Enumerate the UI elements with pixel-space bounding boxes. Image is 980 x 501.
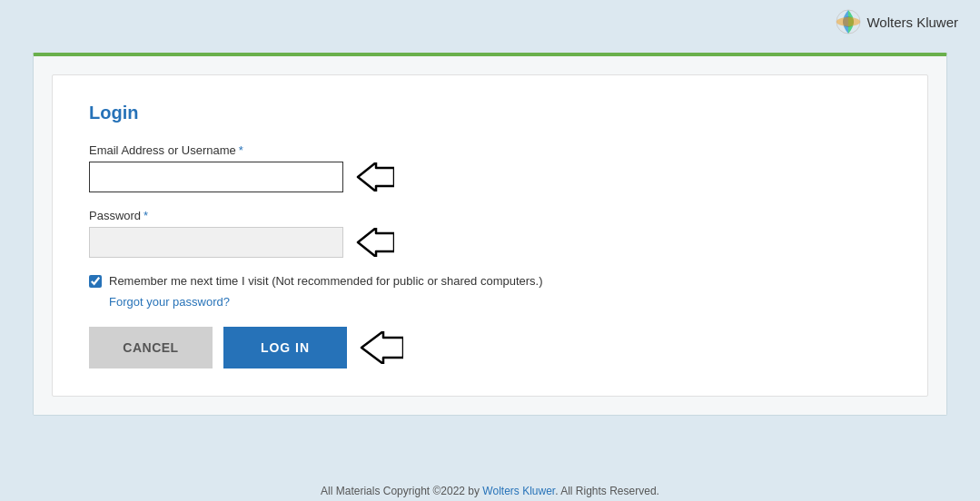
password-form-group: Password * (89, 209, 891, 258)
login-arrow-icon (358, 331, 403, 364)
svg-marker-4 (358, 228, 394, 257)
password-label: Password * (89, 209, 891, 222)
footer-text-after: . All Rights Reserved. (555, 485, 659, 497)
brand: Wolters Kluwer (836, 9, 958, 34)
svg-marker-5 (361, 331, 403, 364)
brand-logo-icon (836, 9, 861, 34)
login-button[interactable]: LOG IN (223, 327, 347, 368)
inner-card: Login Email Address or Username * (52, 74, 928, 397)
password-arrow-icon (354, 228, 394, 257)
remember-me-checkbox[interactable] (89, 275, 102, 288)
main-wrapper: Login Email Address or Username * (0, 44, 980, 477)
email-input[interactable] (89, 162, 343, 192)
email-required-star: * (239, 143, 243, 157)
email-form-group: Email Address or Username * (89, 143, 891, 192)
svg-point-2 (836, 17, 860, 26)
page-title: Login (89, 103, 891, 123)
header: Wolters Kluwer (0, 0, 980, 44)
email-arrow-icon (354, 162, 394, 192)
cancel-button[interactable]: CANCEL (89, 327, 213, 368)
svg-marker-3 (358, 162, 394, 192)
password-required-star: * (144, 209, 148, 222)
forgot-password-link[interactable]: Forgot your password? (109, 295, 891, 309)
email-input-row (89, 162, 891, 192)
footer-link[interactable]: Wolters Kluwer (482, 485, 555, 497)
button-row: CANCEL LOG IN (89, 327, 891, 368)
outer-card: Login Email Address or Username * (33, 53, 947, 416)
password-input[interactable] (89, 227, 343, 258)
remember-me-label: Remember me next time I visit (Not recom… (109, 274, 543, 288)
footer-text-before: All Materials Copyright ©2022 by (321, 485, 482, 497)
brand-name: Wolters Kluwer (866, 15, 958, 30)
password-input-row (89, 227, 891, 258)
email-label: Email Address or Username * (89, 143, 891, 157)
footer: All Materials Copyright ©2022 by Wolters… (0, 477, 980, 501)
remember-me-row: Remember me next time I visit (Not recom… (89, 274, 891, 288)
